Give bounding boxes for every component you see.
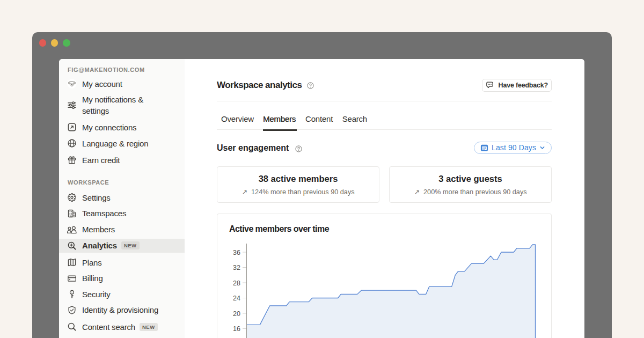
- svg-text:24: 24: [233, 295, 240, 302]
- svg-text:20: 20: [233, 310, 240, 318]
- svg-text:28: 28: [233, 280, 240, 287]
- svg-text:32: 32: [233, 264, 240, 271]
- svg-text:16: 16: [233, 325, 240, 333]
- svg-text:36: 36: [233, 249, 240, 256]
